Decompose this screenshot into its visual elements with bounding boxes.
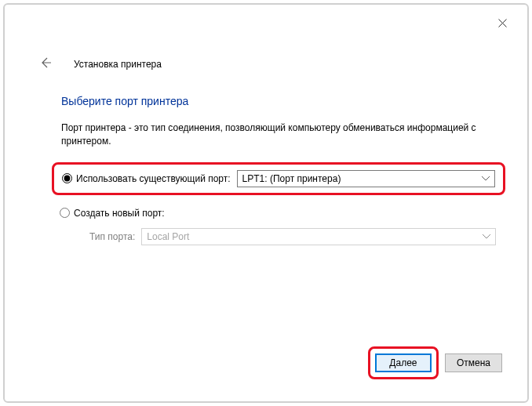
back-arrow-icon <box>39 56 52 69</box>
radio-use-existing-port[interactable]: Использовать существующий порт: <box>62 173 231 184</box>
close-button[interactable] <box>486 11 518 34</box>
next-highlight: Далее <box>368 346 439 379</box>
next-button[interactable]: Далее <box>375 353 432 372</box>
page-heading: Выберите порт принтера <box>61 95 496 107</box>
dialog-content: Выберите порт принтера Порт принтера - э… <box>61 95 496 250</box>
port-type-label: Тип порта: <box>89 231 135 242</box>
dialog-footer: Далее Отмена <box>368 346 502 379</box>
radio-create-input[interactable] <box>60 208 70 218</box>
dialog-header: Установка принтера <box>39 56 162 72</box>
wizard-title: Установка принтера <box>74 59 162 70</box>
dialog-window: Установка принтера Выберите порт принтер… <box>3 3 529 403</box>
existing-port-row: Использовать существующий порт: LPT1: (П… <box>52 162 505 195</box>
port-type-select: Local Port <box>141 228 496 245</box>
page-description: Порт принтера - это тип соединения, позв… <box>61 121 496 148</box>
existing-port-select[interactable]: LPT1: (Порт принтера) <box>237 170 495 187</box>
port-type-row: Тип порта: Local Port <box>61 223 496 250</box>
back-button[interactable] <box>39 56 52 72</box>
close-icon <box>498 19 507 27</box>
radio-create-label: Создать новый порт: <box>74 208 165 219</box>
radio-existing-label: Использовать существующий порт: <box>76 173 231 184</box>
create-port-row: Создать новый порт: <box>60 203 496 223</box>
radio-existing-input[interactable] <box>62 173 72 183</box>
radio-create-new-port[interactable]: Создать новый порт: <box>60 208 165 219</box>
cancel-button[interactable]: Отмена <box>445 353 502 372</box>
